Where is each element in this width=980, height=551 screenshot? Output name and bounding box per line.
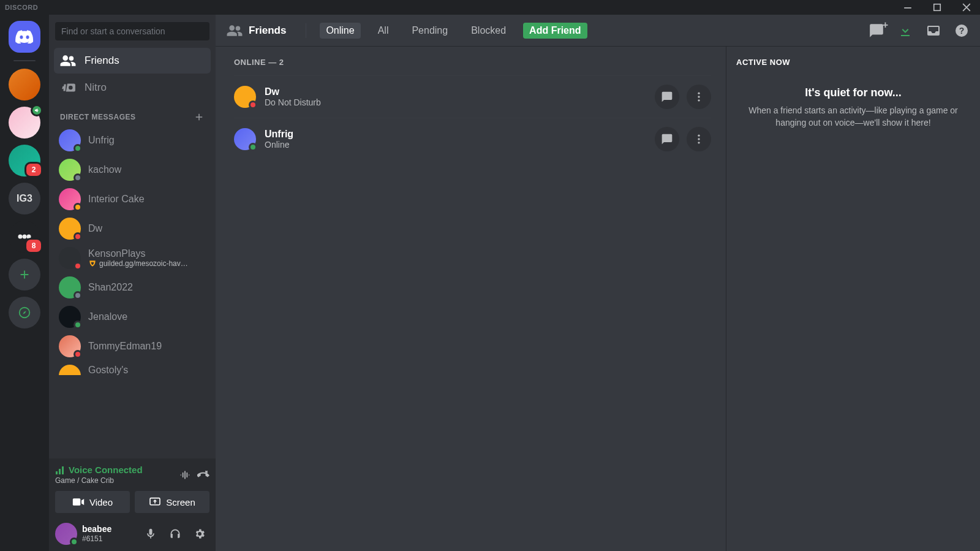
svg-point-3 <box>23 235 27 239</box>
server-item[interactable]: 8 <box>9 221 40 253</box>
server-item[interactable]: 2 <box>9 145 40 177</box>
friend-row[interactable]: UnfrigOnline <box>234 118 711 160</box>
friend-status-text: Do Not Disturb <box>265 97 321 107</box>
search-input[interactable] <box>55 22 209 40</box>
signal-icon <box>55 465 65 475</box>
plus-icon <box>194 112 205 123</box>
video-button[interactable]: Video <box>55 491 130 513</box>
tab-online[interactable]: Online <box>320 23 360 39</box>
friends-nav-label: Friends <box>85 55 119 67</box>
svg-rect-0 <box>904 7 911 9</box>
svg-text:?: ? <box>959 26 965 36</box>
sidebar-scroll[interactable]: Friends Nitro DIRECT MESSAGES Unfrigkach… <box>49 48 216 458</box>
home-button[interactable] <box>9 21 40 53</box>
voice-channel-label[interactable]: Game / Cake Crib <box>55 476 143 485</box>
dm-item[interactable]: kachow <box>54 156 211 184</box>
friends-nav[interactable]: Friends <box>54 48 211 74</box>
dm-avatar <box>59 306 81 328</box>
server-item[interactable]: IG3 <box>9 183 40 215</box>
dm-item[interactable]: KensonPlaysguilded.gg/mesozoic-hav… <box>54 244 211 272</box>
screen-share-button[interactable]: Screen <box>135 491 209 513</box>
tab-add-friend[interactable]: Add Friend <box>523 23 587 39</box>
window-titlebar: DISCORD <box>0 0 980 15</box>
window-minimize-button[interactable] <box>899 3 916 12</box>
downloads-button[interactable] <box>898 23 913 38</box>
friend-avatar <box>234 86 256 108</box>
dm-name: TommyEdman19 <box>88 341 162 352</box>
add-server-button[interactable] <box>9 259 40 291</box>
video-icon <box>72 497 85 507</box>
dm-header: DIRECT MESSAGES <box>54 102 211 126</box>
voice-connected-label: Voice Connected <box>69 465 143 475</box>
friend-name: Unfrig <box>265 129 293 140</box>
inbox-button[interactable] <box>926 23 941 38</box>
video-label: Video <box>89 497 113 507</box>
disconnect-button[interactable] <box>197 469 209 481</box>
server-item[interactable] <box>9 69 40 101</box>
dm-name: KensonPlays <box>88 248 188 259</box>
more-button[interactable] <box>687 127 711 151</box>
active-now-subtitle: When a friend starts an activity—like pl… <box>736 104 970 129</box>
user-status-icon <box>70 538 78 546</box>
create-dm-button[interactable] <box>194 112 205 123</box>
dm-item[interactable]: Unfrig <box>54 126 211 154</box>
compass-icon <box>18 306 31 319</box>
more-button[interactable] <box>687 85 711 109</box>
dm-header-label: DIRECT MESSAGES <box>60 113 136 121</box>
svg-rect-8 <box>62 466 64 474</box>
noise-suppression-button[interactable] <box>179 469 191 481</box>
status-icon <box>74 232 82 241</box>
tab-pending[interactable]: Pending <box>405 23 454 39</box>
mute-button[interactable] <box>141 524 160 544</box>
server-badge: 2 <box>24 162 43 178</box>
nitro-nav[interactable]: Nitro <box>54 75 211 101</box>
tab-all[interactable]: All <box>372 23 395 39</box>
message-button[interactable] <box>655 127 679 151</box>
message-icon <box>661 91 673 103</box>
user-avatar[interactable] <box>55 523 77 545</box>
explore-servers-button[interactable] <box>9 297 40 329</box>
voice-connected-status[interactable]: Voice Connected <box>55 465 143 475</box>
active-now-header: ACTIVE NOW <box>736 58 970 67</box>
message-button[interactable] <box>655 85 679 109</box>
server-badge: 8 <box>24 238 43 254</box>
new-group-dm-button[interactable]: + <box>869 23 884 39</box>
dm-item[interactable]: Dw <box>54 215 211 243</box>
help-button[interactable]: ? <box>954 23 969 38</box>
dm-item[interactable]: Gostoly's <box>54 362 211 375</box>
dm-item[interactable]: Jenalove <box>54 303 211 331</box>
tab-blocked[interactable]: Blocked <box>465 23 512 39</box>
guilded-icon <box>88 259 97 268</box>
friends-list[interactable]: ONLINE — 2 DwDo Not DisturbUnfrigOnline <box>216 47 726 551</box>
more-icon <box>693 91 705 103</box>
svg-point-18 <box>698 142 699 143</box>
user-tag: #6151 <box>82 534 111 543</box>
window-close-button[interactable] <box>958 3 975 12</box>
dm-sidebar: Friends Nitro DIRECT MESSAGES Unfrigkach… <box>49 15 216 551</box>
status-icon <box>74 262 82 270</box>
dm-name: Gostoly's <box>88 365 128 375</box>
user-info[interactable]: beabee #6151 <box>82 524 111 543</box>
status-icon <box>249 101 257 109</box>
settings-button[interactable] <box>190 524 209 544</box>
status-icon <box>74 203 82 211</box>
dm-avatar <box>59 218 81 240</box>
user-panel: beabee #6151 <box>49 517 216 551</box>
gear-icon <box>194 528 206 540</box>
friend-avatar <box>234 128 256 150</box>
discord-logo-icon <box>15 30 34 44</box>
deafen-button[interactable] <box>165 524 185 544</box>
svg-rect-9 <box>73 498 80 506</box>
status-icon <box>74 173 82 182</box>
dm-name: Interior Cake <box>88 194 145 205</box>
screen-icon <box>149 497 161 507</box>
window-maximize-button[interactable] <box>929 3 946 12</box>
dm-avatar <box>59 335 81 357</box>
svg-rect-1 <box>934 4 941 11</box>
dm-item[interactable]: Interior Cake <box>54 185 211 213</box>
dm-item[interactable]: TommyEdman19 <box>54 332 211 360</box>
server-item[interactable] <box>9 107 40 139</box>
friend-row[interactable]: DwDo Not Disturb <box>234 75 711 118</box>
dm-item[interactable]: Shan2022 <box>54 273 211 302</box>
status-icon <box>74 291 82 300</box>
